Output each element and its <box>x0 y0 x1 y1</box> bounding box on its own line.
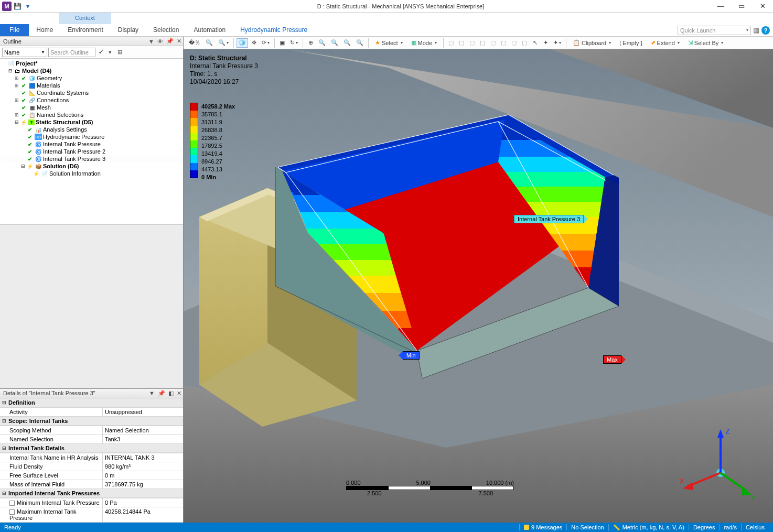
tree-coordinate-systems[interactable]: Coordinate Systems <box>37 90 89 96</box>
details-freesurf-val[interactable]: 0 m <box>103 471 183 480</box>
details-undock-icon[interactable]: ◧ <box>167 390 175 397</box>
outline-expand-icon[interactable]: ⊞ <box>115 48 124 57</box>
probe-label-max[interactable]: Max <box>603 355 626 364</box>
zoom-fit-icon[interactable]: �％ <box>187 38 202 48</box>
sel-x1-icon[interactable]: ⬚ <box>509 38 519 48</box>
details-mass-val[interactable]: 3718697.75 kg <box>103 480 183 488</box>
details-namedsel-val[interactable]: Tank3 <box>103 435 183 443</box>
status-degrees[interactable]: Degrees <box>689 524 720 530</box>
sel-elem-icon[interactable]: ⬚ <box>499 38 508 48</box>
tree-hydrodynamic-pressure[interactable]: Hydrodynamic Pressure <box>43 134 104 140</box>
sel-x3-icon[interactable]: ↖ <box>530 38 540 48</box>
details-pin-icon[interactable]: 📌 <box>156 390 167 397</box>
window-close-button[interactable]: ✕ <box>752 0 773 13</box>
tree-model[interactable]: Model (D4) <box>22 68 51 74</box>
pan-icon[interactable]: ✥ <box>249 38 259 48</box>
contour-legend[interactable]: 40258.2 Max35785.131311.926838.822365.71… <box>190 103 235 181</box>
tree-project[interactable]: Project* <box>16 60 38 67</box>
details-group-scope[interactable]: Scope: Internal Tanks <box>8 418 68 424</box>
tab-hydrodynamic-pressure[interactable]: Hydrodynamic Pressure <box>233 24 315 36</box>
tab-home[interactable]: Home <box>29 24 60 36</box>
zoom-in-icon[interactable]: ⊕ <box>306 38 315 48</box>
details-group-imported[interactable]: Imported Internal Tank Pressures <box>8 490 100 496</box>
sel-body-icon[interactable]: ⬚ <box>478 38 487 48</box>
outline-unpin-icon[interactable]: 📌 <box>165 38 175 45</box>
status-units[interactable]: 📏Metric (m, kg, N, s, V, A) <box>608 524 689 531</box>
tree-itp1[interactable]: Internal Tank Pressure <box>43 141 101 147</box>
checkbox-icon[interactable] <box>9 509 15 515</box>
details-close-icon[interactable]: ✕ <box>175 390 183 397</box>
details-density-val[interactable]: 980 kg/m³ <box>103 462 183 471</box>
mode-button[interactable]: ▦Mode <box>407 38 441 48</box>
outline-close-icon[interactable]: ✕ <box>175 38 183 45</box>
details-scoping-val[interactable]: Named Selection <box>103 426 183 435</box>
outline-filter-combo[interactable]: Name▼ <box>2 48 47 57</box>
details-activity-val[interactable]: Unsuppressed <box>103 408 183 416</box>
tab-file[interactable]: File <box>0 24 29 36</box>
extend-button[interactable]: ⬈Extend <box>647 38 683 48</box>
probe-label-min[interactable]: Min <box>399 351 420 360</box>
sel-x2-icon[interactable]: ⬚ <box>520 38 529 48</box>
qat-dropdown-icon[interactable]: ▾ <box>23 2 33 11</box>
sel-x5-icon[interactable]: ✦ <box>551 38 563 48</box>
outline-dropdown-icon[interactable]: ▼ <box>147 38 156 45</box>
qat-save-icon[interactable]: 💾 <box>13 2 22 11</box>
tree-itp2[interactable]: Internal Tank Pressure 2 <box>43 148 105 155</box>
context-tab[interactable]: Context <box>59 13 111 24</box>
zoom-dd-icon[interactable]: 🔍 <box>216 38 231 48</box>
checkbox-icon[interactable] <box>9 501 15 506</box>
window-maximize-button[interactable]: ▭ <box>731 0 752 13</box>
zoom-out-icon[interactable]: 🔍 <box>316 38 328 48</box>
clipboard-button[interactable]: 📋Clipboard <box>569 38 615 48</box>
zoom-box-icon[interactable]: 🔍 <box>329 38 340 48</box>
status-selection[interactable]: No Selection <box>566 524 608 530</box>
zoom-sel-icon[interactable]: 🔍 <box>354 38 366 48</box>
options-icon[interactable]: ▦ <box>753 26 759 35</box>
tree-static-structural[interactable]: Static Structural (D5) <box>36 119 93 125</box>
view-dd-icon[interactable]: ⟳ <box>260 38 272 48</box>
status-messages[interactable]: 9 Messages <box>519 524 566 530</box>
details-dropdown-icon[interactable]: ▼ <box>147 390 156 396</box>
tree-solution-info[interactable]: Solution Information <box>49 170 101 177</box>
sel-x4-icon[interactable]: ✦ <box>541 38 550 48</box>
iso-icon[interactable]: ▣ <box>277 38 287 48</box>
orientation-triad[interactable]: Z X Y <box>679 423 757 502</box>
outline-tree[interactable]: 📄Project* ⊟🗂Model (D4) ⊞✔🧊Geometry ⊞✔🟦Ma… <box>0 59 183 224</box>
quick-launch-input[interactable]: Quick Launch▾ <box>678 26 751 35</box>
tree-named-selections[interactable]: Named Selections <box>37 112 83 118</box>
details-tankname-val[interactable]: INTERNAL TANK 3 <box>103 453 183 462</box>
tree-mesh[interactable]: Mesh <box>37 104 51 111</box>
zoom-icon[interactable]: 🔍 <box>203 38 215 48</box>
graphics-area[interactable]: �％ 🔍 🔍 🧊 ✥ ⟳ ▣ ↻ ⊕ 🔍 🔍 🔍 🔍 ★Select ▦Mode… <box>184 37 773 523</box>
select-by-button[interactable]: ⇲Select By <box>684 38 727 48</box>
details-group-definition[interactable]: Definition <box>8 399 35 406</box>
tree-analysis-settings[interactable]: Analysis Settings <box>43 126 87 133</box>
select-button[interactable]: ★Select <box>371 38 406 48</box>
sel-node-icon[interactable]: ⬚ <box>488 38 498 48</box>
outline-options-icon[interactable]: ▾ <box>106 48 114 57</box>
status-celsius[interactable]: Celsius <box>741 524 769 530</box>
tab-display[interactable]: Display <box>111 24 146 36</box>
tree-solution[interactable]: Solution (D6) <box>43 163 79 169</box>
help-icon[interactable]: ? <box>761 26 770 35</box>
rotate-dd-icon[interactable]: ↻ <box>288 38 300 48</box>
probe-label-itp3[interactable]: Internal Tank Pressure 3 <box>514 215 588 223</box>
sel-edge-icon[interactable]: ⬚ <box>457 38 466 48</box>
outline-search-input[interactable]: Search Outline <box>48 48 95 57</box>
details-maxp-val[interactable]: 40258.214844 Pa <box>103 507 183 522</box>
tab-environment[interactable]: Environment <box>60 24 110 36</box>
tab-selection[interactable]: Selection <box>146 24 186 36</box>
outline-search-go-icon[interactable]: ✔ <box>96 48 105 57</box>
rotate-icon[interactable]: 🧊 <box>237 38 248 48</box>
status-rads[interactable]: rad/s <box>719 524 740 530</box>
tree-itp3[interactable]: Internal Tank Pressure 3 <box>43 156 105 162</box>
tab-automation[interactable]: Automation <box>186 24 233 36</box>
tree-materials[interactable]: Materials <box>37 82 60 89</box>
details-minp-val[interactable]: 0 Pa <box>103 498 183 507</box>
window-minimize-button[interactable]: — <box>710 0 731 13</box>
zoom-all-icon[interactable]: 🔍 <box>341 38 353 48</box>
details-group-tank[interactable]: Internal Tank Details <box>8 445 65 451</box>
tree-geometry[interactable]: Geometry <box>37 75 62 81</box>
tree-connections[interactable]: Connections <box>37 97 69 103</box>
sel-face-icon[interactable]: ⬚ <box>467 38 477 48</box>
